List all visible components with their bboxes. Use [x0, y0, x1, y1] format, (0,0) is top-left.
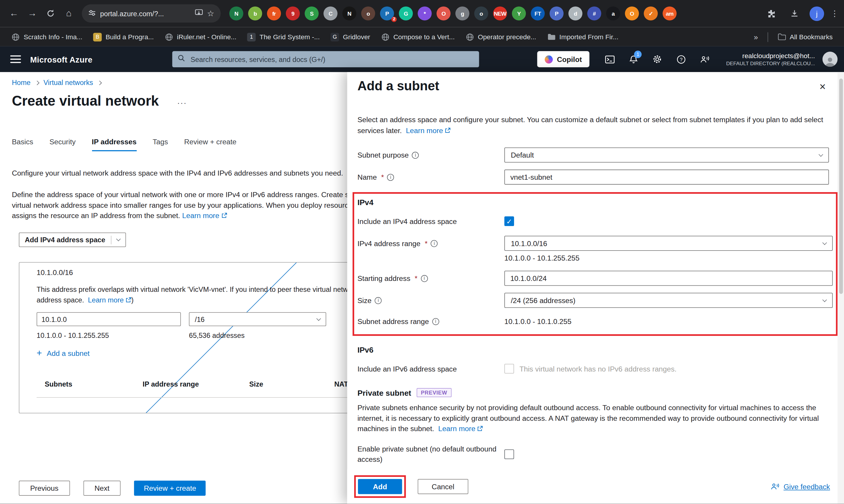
tab-review-create[interactable]: Review + create	[184, 138, 236, 151]
search-input[interactable]	[190, 55, 474, 64]
extension-icon[interactable]: *	[417, 6, 431, 20]
tab-security[interactable]: Security	[49, 138, 75, 151]
bookmarks-overflow-chevron[interactable]: »	[748, 33, 764, 41]
browser-menu-icon[interactable]: ⋮	[830, 8, 838, 18]
tab-tags[interactable]: Tags	[152, 138, 168, 151]
downloads-icon[interactable]	[786, 5, 803, 22]
learn-more-link[interactable]: Learn more	[182, 212, 227, 219]
extension-icon[interactable]: o	[474, 6, 488, 20]
bookmark-item[interactable]: Compose to a Vert...	[376, 30, 460, 43]
add-subnet-link[interactable]: + Add a subnet	[37, 349, 90, 358]
forward-icon[interactable]: →	[24, 5, 41, 22]
info-icon[interactable]: i	[432, 318, 439, 325]
hamburger-menu-icon[interactable]	[6, 50, 25, 69]
extension-icon[interactable]: am	[663, 6, 676, 20]
breadcrumb-home-link[interactable]: Home	[12, 78, 30, 87]
starting-address-input[interactable]	[504, 271, 833, 286]
all-bookmarks-button[interactable]: All Bookmarks	[773, 30, 838, 43]
bookmark-item[interactable]: 1 The Grid System -...	[242, 30, 325, 43]
breadcrumb-virtual-networks-link[interactable]: Virtual networks	[43, 78, 93, 87]
subnet-purpose-select[interactable]: Default	[504, 147, 829, 163]
extension-icon[interactable]: N	[342, 6, 356, 20]
extension-icon[interactable]: O	[436, 6, 450, 20]
learn-more-link[interactable]: Learn more	[88, 296, 131, 304]
copilot-button[interactable]: Copilot	[537, 51, 590, 67]
mask-select[interactable]: /16	[189, 312, 326, 326]
extension-icon[interactable]: P 2	[380, 6, 394, 20]
help-icon[interactable]: ?	[670, 50, 692, 69]
bookmark-item[interactable]: B Build a Progra...	[88, 30, 159, 43]
home-icon[interactable]: ⌂	[60, 5, 77, 22]
extension-icon[interactable]: S	[305, 6, 319, 20]
enable-private-subnet-checkbox[interactable]	[504, 449, 514, 459]
reload-icon[interactable]	[42, 5, 59, 22]
chevron-down-icon[interactable]	[116, 237, 121, 241]
extension-icon[interactable]: g	[455, 6, 469, 20]
learn-more-link[interactable]: Learn more	[406, 126, 450, 134]
add-button[interactable]: Add	[358, 479, 402, 494]
scrollbar-thumb[interactable]	[839, 78, 843, 294]
give-feedback-link[interactable]: Give feedback	[771, 483, 830, 490]
address-bar[interactable]: portal.azure.com/?... ☆	[82, 4, 221, 23]
panel-scrollbar[interactable]	[838, 72, 844, 504]
cloudshell-icon[interactable]	[599, 50, 621, 69]
notifications-bell-icon[interactable]: 1	[623, 50, 645, 69]
bookmark-item[interactable]: G Gridlover	[326, 30, 375, 43]
info-icon[interactable]: i	[431, 240, 438, 247]
browser-profile-avatar[interactable]: j	[809, 6, 824, 21]
learn-more-link[interactable]: Learn more	[438, 425, 483, 433]
include-ipv4-checkbox[interactable]: ✓	[504, 216, 514, 226]
url-text[interactable]: portal.azure.com/?...	[100, 10, 190, 17]
extension-icon[interactable]: 9	[286, 6, 300, 20]
subnet-name-input[interactable]	[504, 170, 829, 185]
extension-icon[interactable]: P	[550, 6, 563, 20]
bookmark-item[interactable]: iRuler.net - Online...	[160, 30, 241, 43]
account-info[interactable]: realcloudprojects@hot... DEFAULT DIRECTO…	[726, 52, 815, 67]
extension-icon[interactable]: N	[229, 6, 243, 20]
extensions-puzzle-icon[interactable]	[762, 5, 779, 22]
feedback-icon[interactable]	[694, 50, 715, 69]
cast-icon[interactable]	[195, 9, 202, 18]
site-info-icon[interactable]	[88, 9, 96, 18]
extension-icon[interactable]: b	[248, 6, 262, 20]
extension-icon[interactable]: o	[361, 6, 375, 20]
include-ipv4-label: Include an IPv4 address space	[357, 217, 504, 225]
address-space-input[interactable]	[37, 312, 181, 326]
cancel-button[interactable]: Cancel	[417, 479, 468, 494]
info-icon[interactable]: i	[387, 174, 394, 181]
extension-icon[interactable]: fr	[267, 6, 281, 20]
tab-ip-addresses[interactable]: IP addresses	[92, 138, 137, 151]
info-icon[interactable]: i	[412, 151, 419, 159]
previous-button[interactable]: Previous	[19, 481, 70, 496]
extension-icon[interactable]: O	[625, 6, 639, 20]
bookmark-item[interactable]: Operator precede...	[461, 30, 541, 43]
size-select[interactable]: /24 (256 addresses)	[504, 293, 833, 308]
bookmark-item[interactable]: Scratch Info - Ima...	[6, 30, 87, 43]
close-icon[interactable]: ×	[816, 80, 829, 94]
extension-icon[interactable]: Y	[512, 6, 526, 20]
global-search[interactable]	[172, 51, 479, 67]
include-ipv6-checkbox[interactable]	[504, 364, 514, 374]
title-menu-ellipsis[interactable]: ···	[177, 98, 187, 109]
extension-icon[interactable]: NEW	[493, 6, 507, 20]
extension-icon[interactable]: C	[323, 6, 337, 20]
ipv4-range-select[interactable]: 10.1.0.0/16	[504, 236, 833, 251]
info-icon[interactable]: i	[375, 297, 382, 304]
extension-icon[interactable]: #	[587, 6, 601, 20]
extension-icon[interactable]: FT	[531, 6, 544, 20]
azure-logo-title[interactable]: Microsoft Azure	[30, 55, 92, 64]
bookmark-item[interactable]: Imported From Fir...	[542, 30, 623, 43]
next-button[interactable]: Next	[83, 481, 121, 496]
extension-icon[interactable]: G	[399, 6, 413, 20]
extension-icon[interactable]: d	[568, 6, 582, 20]
bookmark-star-icon[interactable]: ☆	[207, 8, 214, 18]
extension-icon[interactable]: ✓	[644, 6, 658, 20]
back-icon[interactable]: ←	[5, 5, 22, 22]
review-create-button[interactable]: Review + create	[134, 481, 206, 496]
add-ipv4-address-space-button[interactable]: Add IPv4 address space	[19, 233, 126, 247]
info-icon[interactable]: i	[421, 275, 428, 282]
gear-icon[interactable]	[647, 50, 668, 69]
tab-basics[interactable]: Basics	[12, 138, 33, 151]
account-avatar[interactable]	[823, 52, 838, 67]
extension-icon[interactable]: a	[606, 6, 620, 20]
